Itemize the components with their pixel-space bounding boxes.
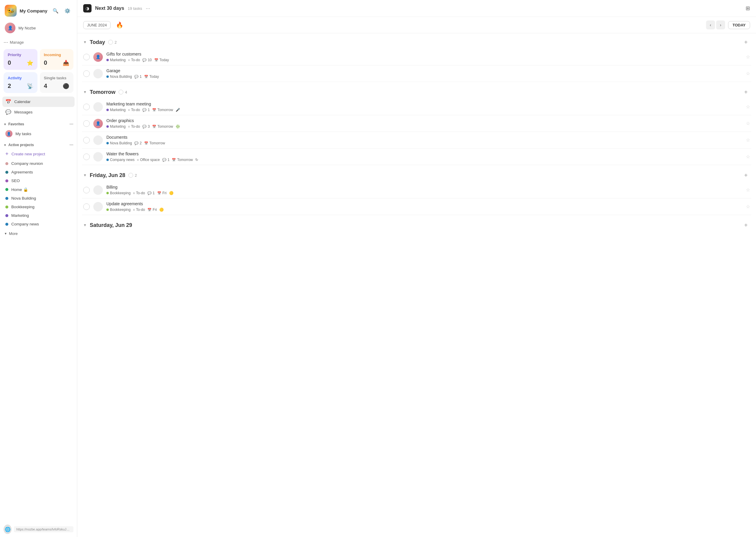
task-title[interactable]: Billing xyxy=(107,185,742,189)
search-button[interactable]: 🔍 xyxy=(51,6,60,16)
my-tasks-label: My tasks xyxy=(16,132,31,136)
task-content: Order graphics Marketing ≡ To-do 💬 3 xyxy=(107,118,742,129)
next-btn[interactable]: › xyxy=(716,21,725,29)
task-checkbox[interactable] xyxy=(83,137,90,144)
date-tag: 📅 Today xyxy=(144,74,159,79)
saturday-chevron[interactable]: ▼ xyxy=(83,223,87,227)
add-tomorrow-btn[interactable]: + xyxy=(742,88,750,96)
task-content: Documents Nova Building 💬 2 📅 Tomorro xyxy=(107,135,742,145)
friday-chevron[interactable]: ▼ xyxy=(83,173,87,177)
today-chevron[interactable]: ▼ xyxy=(83,40,87,44)
project-company-news[interactable]: Company news xyxy=(1,220,76,228)
extra-tag: 🟡 xyxy=(169,191,174,195)
category-name: Office space xyxy=(140,158,159,162)
create-project-btn[interactable]: + Create new project xyxy=(1,149,76,159)
category-name: To-do xyxy=(131,124,140,129)
month-badge[interactable]: JUNE 2024 xyxy=(83,21,111,29)
comment-icon: 💬 xyxy=(142,108,147,112)
task-checkbox[interactable] xyxy=(83,54,90,60)
add-today-btn[interactable]: + xyxy=(742,38,750,46)
tomorrow-chevron[interactable]: ▼ xyxy=(83,90,87,94)
task-title[interactable]: Documents xyxy=(107,135,742,140)
project-marketing[interactable]: Marketing xyxy=(1,211,76,220)
project-bookkeeping[interactable]: Bookkeeping xyxy=(1,203,76,211)
task-checkbox[interactable] xyxy=(83,203,90,210)
comments-count: 2 xyxy=(140,141,142,145)
star-button[interactable]: ☆ xyxy=(746,104,750,109)
priority-card[interactable]: Priority 0 ⭐ xyxy=(4,49,37,70)
task-meta: Bookkeeping ≡ To-do 💬 1 📅 Fri xyxy=(107,191,742,195)
project-seo[interactable]: SEO xyxy=(1,177,76,185)
star-button[interactable]: ☆ xyxy=(746,121,750,126)
project-nova-building[interactable]: Nova Building xyxy=(1,194,76,203)
favorites-more-btn[interactable]: ··· xyxy=(69,121,73,127)
saturday-section: ▼ Saturday, Jun 29 + xyxy=(82,216,751,232)
add-saturday-btn[interactable]: + xyxy=(742,221,750,229)
project-dot xyxy=(107,209,109,211)
task-title[interactable]: Order graphics xyxy=(107,118,742,123)
settings-button[interactable]: ⚙️ xyxy=(63,6,72,16)
favorites-chevron[interactable]: ▼ xyxy=(4,123,7,126)
project-label: SEO xyxy=(11,179,20,183)
project-agreements[interactable]: Agreements xyxy=(1,168,76,177)
nav-calendar[interactable]: 📅 Calendar xyxy=(2,97,74,107)
star-button[interactable]: ☆ xyxy=(746,204,750,209)
task-title[interactable]: Marketing team meeting xyxy=(107,102,742,106)
star-button[interactable]: ☆ xyxy=(746,137,750,143)
incoming-card[interactable]: Incoming 0 📥 xyxy=(40,49,74,70)
task-checkbox[interactable] xyxy=(83,187,90,193)
projects-more-btn[interactable]: ··· xyxy=(69,142,73,147)
avatar xyxy=(93,136,103,145)
nav-messages[interactable]: 💬 Messages xyxy=(2,107,74,117)
incoming-icon: 📥 xyxy=(63,60,69,66)
circle-icon xyxy=(118,90,123,95)
globe-button[interactable]: 🌐 xyxy=(4,524,12,534)
favorites-label: Favorites xyxy=(8,122,24,126)
prev-btn[interactable]: ‹ xyxy=(706,21,715,29)
favorite-my-tasks[interactable]: 👤 My tasks xyxy=(1,128,76,139)
task-checkbox[interactable] xyxy=(83,153,90,160)
task-title[interactable]: Gifts for customers xyxy=(107,52,742,57)
task-content: Billing Bookkeeping ≡ To-do 💬 1 xyxy=(107,185,742,195)
task-meta: Marketing ≡ To-do 💬 10 📅 Today xyxy=(107,58,742,62)
today-button[interactable]: TODAY xyxy=(728,21,750,29)
category-name: To-do xyxy=(131,58,140,62)
comments-tag: 💬 10 xyxy=(142,58,152,62)
project-company-reunion[interactable]: Company reunion xyxy=(1,159,76,168)
extra-icon: 🎤 xyxy=(176,108,180,112)
task-checkbox[interactable] xyxy=(83,120,90,127)
task-checkbox[interactable] xyxy=(83,70,90,77)
task-title[interactable]: Garage xyxy=(107,68,742,73)
star-button[interactable]: ☆ xyxy=(746,71,750,76)
calendar-icon: 📅 xyxy=(152,125,156,129)
projects-chevron[interactable]: ▼ xyxy=(4,144,7,147)
extra-tag: 🎤 xyxy=(176,108,180,112)
star-button[interactable]: ☆ xyxy=(746,54,750,60)
manage-section[interactable]: ··· Manage xyxy=(0,37,77,47)
star-button[interactable]: ☆ xyxy=(746,187,750,193)
project-label: Company reunion xyxy=(11,161,43,166)
tomorrow-section: ▼ Tomorrow 4 + Marketing team meeting xyxy=(82,83,751,165)
user-section[interactable]: 👤 My Nozbe xyxy=(0,20,77,37)
star-button[interactable]: ☆ xyxy=(746,154,750,159)
task-meta: Company news ≡ Office space 💬 1 📅 To xyxy=(107,158,742,162)
category-tag: ≡ Office space xyxy=(137,158,160,162)
project-home[interactable]: Home 🔒 xyxy=(1,185,76,194)
calendar-icon: 📅 xyxy=(5,99,11,104)
add-friday-btn[interactable]: + xyxy=(742,171,750,180)
category-tag: ≡ To-do xyxy=(128,124,140,129)
task-meta: Nova Building 💬 1 📅 Today xyxy=(107,74,742,79)
more-section[interactable]: ▼ More xyxy=(0,228,77,239)
task-checkbox[interactable] xyxy=(83,103,90,110)
task-title[interactable]: Water the flowers xyxy=(107,151,742,156)
calendar-icon: 📅 xyxy=(148,208,152,212)
messages-icon: 💬 xyxy=(5,109,11,115)
topbar-search-btn[interactable]: ⊞ xyxy=(746,5,750,12)
comments-tag: 💬 1 xyxy=(162,158,170,162)
sidebar: 🐝 My Company 🔍 ⚙️ 👤 My Nozbe ··· Manage … xyxy=(0,0,77,537)
project-dot xyxy=(107,142,109,145)
activity-card[interactable]: Activity 2 📡 xyxy=(4,72,37,93)
single-tasks-card[interactable]: Single tasks 4 ⚫ xyxy=(40,72,74,93)
topbar-more-btn[interactable]: ··· xyxy=(146,5,150,12)
task-title[interactable]: Update agreements xyxy=(107,201,742,206)
